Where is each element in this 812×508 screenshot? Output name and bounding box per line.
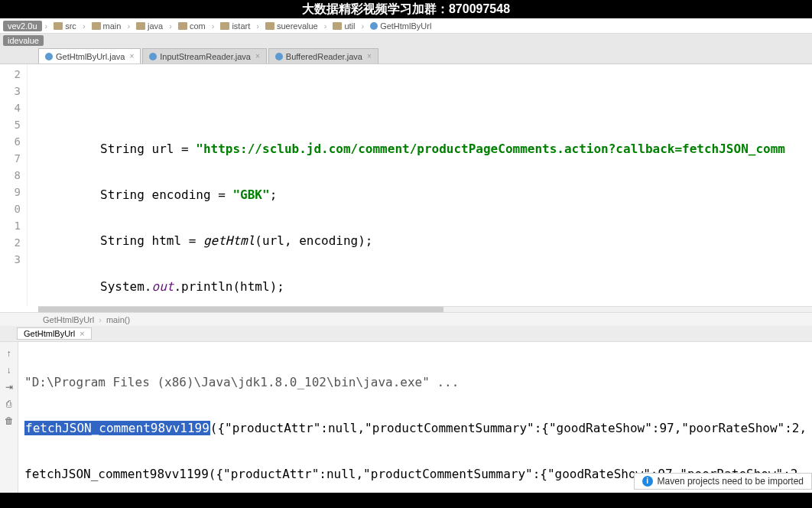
breadcrumb-folder[interactable]: main (89, 21, 125, 31)
breadcrumb-folder[interactable]: java (133, 21, 166, 31)
notification-text: Maven projects need to be imported (658, 476, 804, 487)
close-icon[interactable]: × (255, 52, 260, 60)
console-command: "D:\Program Files (x86)\Java\jdk1.8.0_10… (24, 374, 806, 391)
breadcrumb-sub: idevalue (0, 34, 812, 47)
java-file-icon (45, 53, 53, 60)
breadcrumb-folder[interactable]: istart (217, 21, 253, 31)
console-line: fetchJSON_comment98vv1199({"productAttr"… (24, 420, 806, 437)
chevron-right-icon: › (212, 21, 215, 31)
chevron-right-icon: › (256, 21, 259, 31)
console-toolbar: ↑ ↓ ⇥ ⎙ 🗑 (0, 342, 18, 494)
run-method[interactable]: main() (106, 315, 130, 324)
chevron-right-icon: › (99, 315, 102, 324)
chevron-right-icon: › (169, 21, 172, 31)
run-panel-header: GetHtmlByUrl × (0, 326, 812, 341)
tab-label: BufferedReader.java (286, 52, 362, 61)
tab-gethtmlbyurl[interactable]: GetHtmlByUrl.java × (38, 48, 141, 64)
tab-label: InputStreamReader.java (160, 52, 251, 61)
code-editor[interactable]: 234 567 890 123 String url = "https://sc… (0, 64, 812, 306)
breadcrumb: vev2.0u › src › main › java › com › ista… (0, 18, 812, 34)
breadcrumb-sub-label[interactable]: idevalue (3, 35, 44, 46)
editor-scrollbar[interactable] (38, 306, 812, 312)
chevron-right-icon: › (127, 21, 130, 31)
breadcrumb-class[interactable]: GetHtmlByUrl (367, 21, 434, 31)
run-class[interactable]: GetHtmlByUrl (43, 315, 94, 324)
scroll-up-icon[interactable]: ↑ (3, 347, 15, 360)
breadcrumb-folder[interactable]: com (175, 21, 209, 31)
breadcrumb-folder[interactable]: util (330, 21, 358, 31)
bottom-letterbox (0, 493, 812, 508)
tab-bufferedreader[interactable]: BufferedReader.java × (268, 48, 378, 64)
tab-inputstreamreader[interactable]: InputStreamReader.java × (142, 48, 266, 64)
chevron-right-icon: › (83, 21, 86, 31)
folder-icon (220, 22, 229, 30)
chevron-right-icon: › (324, 21, 327, 31)
close-icon[interactable]: × (129, 52, 134, 60)
info-icon: i (642, 476, 653, 487)
close-icon[interactable]: × (80, 329, 84, 338)
breadcrumb-folder[interactable]: src (50, 21, 80, 31)
class-icon (370, 22, 378, 30)
run-breadcrumb: GetHtmlByUrl › main() (0, 312, 812, 326)
java-file-icon (149, 53, 157, 60)
breadcrumb-root[interactable]: vev2.0u (3, 21, 42, 31)
run-label (0, 332, 12, 335)
top-banner-text: 大数据精彩视频学习加群：870097548 (0, 0, 812, 18)
console-panel: ↑ ↓ ⇥ ⎙ 🗑 "D:\Program Files (x86)\Java\j… (0, 341, 812, 494)
folder-icon (178, 22, 187, 30)
folder-icon (92, 22, 101, 30)
selected-text: fetchJSON_comment98vv1199 (24, 421, 210, 435)
run-tab[interactable]: GetHtmlByUrl × (17, 327, 92, 340)
editor-tabs: GetHtmlByUrl.java × InputStreamReader.ja… (0, 47, 812, 64)
chevron-right-icon: › (361, 21, 364, 31)
print-icon[interactable]: ⎙ (3, 398, 15, 410)
chevron-right-icon: › (45, 21, 48, 31)
soft-wrap-icon[interactable]: ⇥ (3, 381, 15, 393)
fold-gutter[interactable] (28, 64, 38, 306)
line-gutter: 234 567 890 123 (0, 64, 28, 306)
folder-icon (54, 22, 63, 30)
console-output[interactable]: "D:\Program Files (x86)\Java\jdk1.8.0_10… (18, 342, 812, 494)
java-file-icon (275, 53, 283, 60)
clear-icon[interactable]: 🗑 (3, 415, 15, 427)
close-icon[interactable]: × (367, 52, 372, 60)
folder-icon (136, 22, 145, 30)
code-content[interactable]: String url = "https://sclub.jd.com/comme… (38, 64, 812, 306)
folder-icon (265, 22, 274, 30)
scroll-down-icon[interactable]: ↓ (3, 364, 15, 376)
tab-label: GetHtmlByUrl.java (56, 52, 125, 61)
scrollbar-thumb[interactable] (38, 307, 443, 312)
folder-icon (333, 22, 342, 30)
run-tab-label: GetHtmlByUrl (24, 329, 75, 338)
breadcrumb-folder[interactable]: suerevalue (262, 21, 321, 31)
maven-import-notification[interactable]: i Maven projects need to be imported (634, 473, 812, 490)
